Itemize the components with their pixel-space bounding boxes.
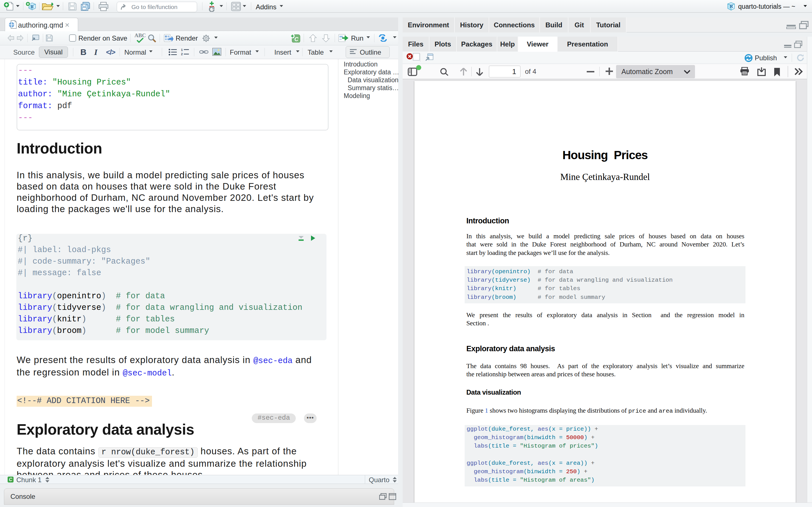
svg-text:R: R [730, 4, 733, 9]
svg-text:R: R [31, 4, 34, 9]
svg-text:1: 1 [181, 48, 183, 52]
svg-text:C: C [294, 36, 299, 42]
svg-text:2: 2 [181, 52, 183, 56]
